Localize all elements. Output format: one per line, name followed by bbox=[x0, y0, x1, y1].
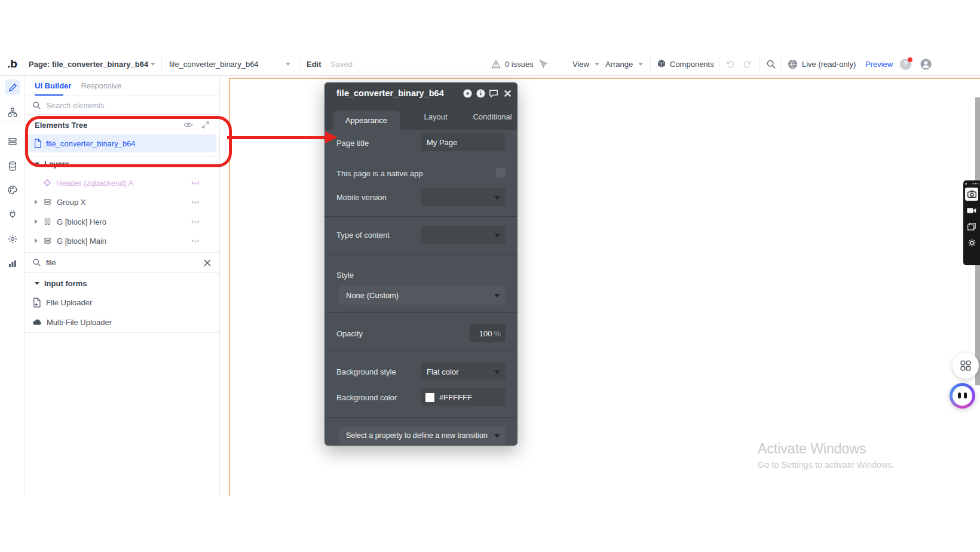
color-swatch[interactable] bbox=[425, 393, 434, 402]
run-workflow-icon[interactable] bbox=[463, 89, 472, 98]
undo-icon[interactable] bbox=[725, 53, 735, 75]
tab-responsive[interactable]: Responsive bbox=[81, 81, 121, 90]
layer-row-main[interactable]: G [block] Main bbox=[25, 231, 219, 250]
inspector-divider bbox=[324, 254, 517, 254]
panel-tabs: UI Builder Responsive bbox=[25, 76, 219, 96]
eye-closed-icon[interactable] bbox=[191, 237, 200, 245]
ai-assistant-button[interactable] bbox=[950, 383, 975, 409]
arrange-menu[interactable]: Arrange bbox=[605, 53, 633, 75]
input-forms-header[interactable]: Input forms bbox=[25, 275, 219, 292]
view-menu-caret-icon[interactable] bbox=[595, 53, 599, 75]
layer-row-header[interactable]: Header (zqbackend) A bbox=[25, 173, 219, 192]
left-icon-rail bbox=[0, 76, 25, 496]
database-icon[interactable] bbox=[5, 158, 20, 174]
eye-closed-icon[interactable] bbox=[191, 198, 200, 206]
type-of-content-label: Type of content bbox=[336, 231, 390, 240]
background-color-input[interactable]: #FFFFFF bbox=[421, 388, 506, 406]
type-of-content-dropdown[interactable] bbox=[421, 226, 506, 244]
cursor-tool-icon[interactable] bbox=[538, 53, 547, 75]
expand-caret-icon[interactable] bbox=[35, 238, 38, 243]
preview-button[interactable]: Preview bbox=[865, 53, 893, 75]
capture-settings-gear-icon[interactable] bbox=[965, 236, 978, 249]
workflow-sitemap-icon[interactable] bbox=[5, 105, 20, 120]
page-selector[interactable]: Page: file_converter_binary_b64 bbox=[29, 53, 148, 75]
record-video-icon[interactable] bbox=[965, 204, 978, 217]
palette-item-label[interactable]: Multi-File Uploader bbox=[47, 318, 112, 327]
transition-dropdown[interactable]: Select a property to define a new transi… bbox=[339, 427, 506, 444]
property-editor-title: file_converter_binary_b64 bbox=[336, 88, 444, 98]
opacity-input[interactable]: 100 % bbox=[470, 324, 506, 342]
page-title-input[interactable]: My Page bbox=[421, 133, 506, 151]
eye-closed-icon[interactable] bbox=[191, 218, 200, 226]
style-dropdown[interactable]: None (Custom) bbox=[339, 286, 506, 305]
screenshot-camera-icon[interactable] bbox=[965, 188, 978, 201]
close-icon[interactable] bbox=[504, 90, 512, 97]
background-style-dropdown[interactable]: Flat color bbox=[421, 363, 506, 381]
background-color-label: Background color bbox=[336, 393, 397, 402]
group-rows-icon bbox=[43, 237, 52, 245]
property-editor-titlebar[interactable]: file_converter_binary_b64 bbox=[324, 82, 517, 104]
issues-count[interactable]: 0 issues bbox=[505, 53, 534, 75]
layer-row-groupx[interactable]: Group X bbox=[25, 192, 219, 211]
toolbar-separator bbox=[299, 57, 299, 70]
element-dropdown-caret-icon[interactable] bbox=[286, 53, 290, 75]
page-selector-caret-icon[interactable] bbox=[151, 53, 155, 75]
element-dropdown[interactable]: file_converter_binary_b64 bbox=[169, 53, 259, 75]
plugins-plug-icon[interactable] bbox=[5, 207, 20, 222]
redo-icon[interactable] bbox=[743, 53, 753, 75]
annotation-highlight-box bbox=[25, 116, 232, 167]
capture-toolbar-handle[interactable] bbox=[965, 183, 978, 185]
search-icon[interactable] bbox=[766, 53, 776, 75]
view-menu[interactable]: View bbox=[572, 53, 589, 75]
edit-mode-label[interactable]: Edit bbox=[307, 53, 321, 75]
user-avatar[interactable] bbox=[920, 53, 932, 75]
issues-warning-icon[interactable] bbox=[491, 53, 501, 75]
opacity-unit: % bbox=[494, 329, 501, 338]
styles-palette-icon[interactable] bbox=[5, 182, 20, 198]
layer-row-hero[interactable]: G [block] Hero bbox=[25, 212, 219, 231]
layer-label[interactable]: Header (zqbackend) A bbox=[56, 179, 133, 188]
palette-item-label[interactable]: File Uploader bbox=[46, 298, 92, 307]
layer-label[interactable]: G [block] Main bbox=[57, 237, 106, 246]
property-editor: file_converter_binary_b64 Appearance Lay… bbox=[324, 82, 517, 446]
live-readonly-label[interactable]: Live (read-only) bbox=[802, 53, 856, 75]
tab-conditional[interactable]: Conditional bbox=[466, 104, 519, 130]
expand-caret-icon[interactable] bbox=[35, 219, 38, 224]
notification-dot bbox=[908, 57, 912, 62]
comment-icon[interactable] bbox=[489, 89, 498, 98]
clear-search-icon[interactable] bbox=[204, 259, 211, 266]
annotation-arrow-head bbox=[325, 131, 338, 143]
components-button[interactable]: Components bbox=[670, 53, 714, 75]
settings-gear-icon[interactable] bbox=[5, 231, 20, 247]
background-style-value: Flat color bbox=[427, 367, 458, 376]
eye-closed-icon[interactable] bbox=[191, 179, 200, 187]
canvas-page-top-border bbox=[229, 78, 980, 79]
tab-appearance[interactable]: Appearance bbox=[333, 111, 400, 130]
design-tab-pencil-icon[interactable] bbox=[5, 79, 20, 95]
logs-chart-icon[interactable] bbox=[5, 256, 20, 271]
components-cube-icon[interactable] bbox=[656, 53, 667, 75]
opacity-value: 100 bbox=[479, 329, 492, 338]
palette-item-multi-file-uploader[interactable]: Multi-File Uploader bbox=[25, 312, 219, 332]
search-value[interactable]: file bbox=[46, 258, 56, 267]
tab-layout[interactable]: Layout bbox=[412, 104, 460, 130]
element-search[interactable]: Search elements bbox=[25, 96, 219, 115]
copy-windows-icon[interactable] bbox=[965, 220, 978, 233]
elements-rows-icon[interactable] bbox=[5, 134, 20, 149]
expand-caret-icon[interactable] bbox=[35, 200, 38, 204]
info-icon[interactable] bbox=[476, 89, 485, 98]
component-search[interactable]: file bbox=[25, 253, 219, 273]
layer-label[interactable]: G [block] Hero bbox=[57, 217, 106, 226]
style-label: Style bbox=[336, 271, 354, 280]
widget-grid-button[interactable] bbox=[953, 352, 979, 379]
native-app-checkbox[interactable] bbox=[496, 168, 506, 177]
help-icon[interactable]: ? bbox=[900, 53, 911, 75]
layer-label[interactable]: Group X bbox=[57, 198, 85, 207]
globe-icon[interactable] bbox=[788, 53, 798, 75]
mobile-version-dropdown[interactable] bbox=[421, 188, 506, 206]
transition-placeholder: Select a property to define a new transi… bbox=[346, 431, 488, 440]
bubble-logo[interactable]: .b bbox=[7, 53, 17, 75]
arrange-menu-caret-icon[interactable] bbox=[638, 53, 643, 75]
palette-item-file-uploader[interactable]: File Uploader bbox=[25, 293, 219, 312]
tab-ui-builder[interactable]: UI Builder bbox=[35, 81, 71, 90]
